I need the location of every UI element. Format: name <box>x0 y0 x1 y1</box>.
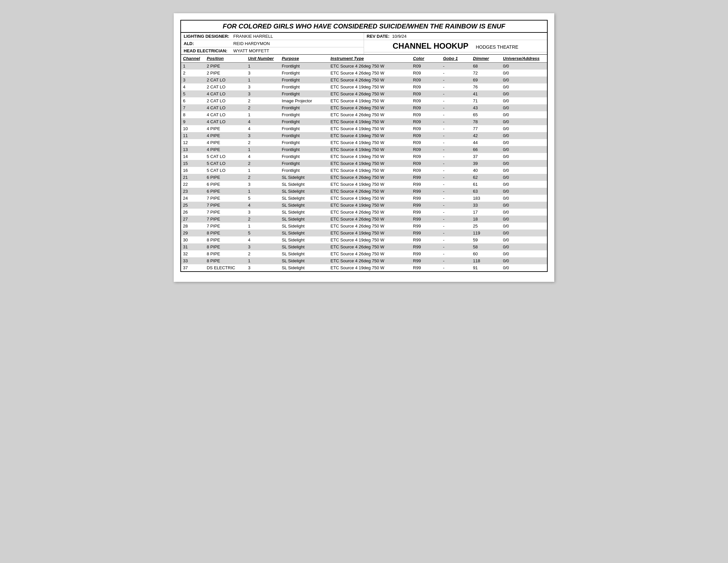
ald-value: REID HARDYMON <box>233 41 270 46</box>
cell-position: 8 PIPE <box>205 229 246 236</box>
cell-dimmer: 183 <box>471 195 501 202</box>
cell-purpose: Frontlight <box>280 63 328 70</box>
cell-gobo1: - <box>441 195 471 202</box>
cell-dimmer: 62 <box>471 174 501 181</box>
cell-instrument: ETC Source 4 26deg 750 W <box>329 70 411 76</box>
cell-purpose: SL Sidelight <box>280 264 328 271</box>
cell-gobo1: - <box>441 174 471 181</box>
cell-channel: 24 <box>181 195 205 202</box>
cell-purpose: Frontlight <box>280 83 328 90</box>
cell-gobo1: - <box>441 139 471 146</box>
cell-universe: 0/0 <box>501 104 547 111</box>
cell-purpose: Frontlight <box>280 160 328 167</box>
cell-position: 6 PIPE <box>205 181 246 188</box>
cell-universe: 0/0 <box>501 174 547 181</box>
cell-color: R09 <box>411 97 441 104</box>
cell-gobo1: - <box>441 104 471 111</box>
cell-color: R99 <box>411 202 441 209</box>
cell-purpose: SL Sidelight <box>280 195 328 202</box>
cell-dimmer: 18 <box>471 215 501 222</box>
table-row: 94 CAT LO4FrontlightETC Source 4 19deg 7… <box>181 118 547 125</box>
cell-universe: 0/0 <box>501 132 547 139</box>
header-right-bottom <box>364 52 547 54</box>
cell-purpose: SL Sidelight <box>280 257 328 264</box>
cell-dimmer: 42 <box>471 132 501 139</box>
cell-position: 2 CAT LO <box>205 76 246 83</box>
cell-unit: 5 <box>246 195 280 202</box>
cell-position: 2 PIPE <box>205 63 246 70</box>
cell-unit: 1 <box>246 63 280 70</box>
header-section: LIGHTING DESIGNER: FRANKIE HARRELL ALD: … <box>180 33 548 55</box>
cell-universe: 0/0 <box>501 76 547 83</box>
cell-unit: 2 <box>246 97 280 104</box>
cell-channel: 11 <box>181 132 205 139</box>
table-row: 12 PIPE1FrontlightETC Source 4 26deg 750… <box>181 63 547 70</box>
cell-unit: 2 <box>246 174 280 181</box>
head-electrician-value: WYATT MOFFETT <box>233 48 269 53</box>
cell-universe: 0/0 <box>501 90 547 97</box>
cell-unit: 1 <box>246 76 280 83</box>
cell-universe: 0/0 <box>501 188 547 195</box>
cell-unit: 2 <box>246 250 280 257</box>
cell-position: 4 CAT LO <box>205 90 246 97</box>
cell-color: R09 <box>411 167 441 174</box>
cell-purpose: SL Sidelight <box>280 250 328 257</box>
cell-unit: 4 <box>246 236 280 243</box>
cell-position: 7 PIPE <box>205 202 246 209</box>
cell-position: 4 CAT LO <box>205 118 246 125</box>
cell-unit: 2 <box>246 160 280 167</box>
cell-color: R99 <box>411 264 441 271</box>
cell-dimmer: 65 <box>471 111 501 118</box>
cell-color: R99 <box>411 243 441 250</box>
cell-gobo1: - <box>441 153 471 160</box>
cell-universe: 0/0 <box>501 236 547 243</box>
channel-hookup-table: Channel Position Unit Number Purpose Ins… <box>181 55 547 271</box>
cell-instrument: ETC Source 4 26deg 750 W <box>329 243 411 250</box>
cell-color: R99 <box>411 215 441 222</box>
cell-color: R09 <box>411 104 441 111</box>
cell-channel: 31 <box>181 243 205 250</box>
cell-purpose: Frontlight <box>280 153 328 160</box>
cell-position: 8 PIPE <box>205 243 246 250</box>
cell-instrument: ETC Source 4 26deg 750 W <box>329 104 411 111</box>
ald-label: ALD: <box>184 41 230 46</box>
cell-channel: 23 <box>181 188 205 195</box>
cell-dimmer: 58 <box>471 243 501 250</box>
table-row: 308 PIPE4SL SidelightETC Source 4 19deg … <box>181 236 547 243</box>
cell-universe: 0/0 <box>501 229 547 236</box>
cell-unit: 4 <box>246 202 280 209</box>
cell-gobo1: - <box>441 236 471 243</box>
cell-position: 6 PIPE <box>205 188 246 195</box>
cell-purpose: SL Sidelight <box>280 209 328 215</box>
cell-position: 7 PIPE <box>205 195 246 202</box>
cell-purpose: SL Sidelight <box>280 202 328 209</box>
cell-color: R09 <box>411 160 441 167</box>
cell-dimmer: 118 <box>471 257 501 264</box>
cell-color: R09 <box>411 111 441 118</box>
cell-purpose: Frontlight <box>280 146 328 153</box>
cell-gobo1: - <box>441 222 471 229</box>
cell-unit: 2 <box>246 139 280 146</box>
cell-color: R09 <box>411 70 441 76</box>
cell-position: DS ELECTRIC <box>205 264 246 271</box>
cell-channel: 26 <box>181 209 205 215</box>
cell-unit: 1 <box>246 257 280 264</box>
table-body: 12 PIPE1FrontlightETC Source 4 26deg 750… <box>181 63 547 271</box>
head-electrician-label: HEAD ELECTRICIAN: <box>184 48 230 53</box>
rev-date-value: 10/9/24 <box>392 34 406 39</box>
table-row: 298 PIPE5SL SidelightETC Source 4 19deg … <box>181 229 547 236</box>
cell-purpose: SL Sidelight <box>280 215 328 222</box>
cell-dimmer: 37 <box>471 153 501 160</box>
cell-gobo1: - <box>441 215 471 222</box>
cell-instrument: ETC Source 4 26deg 750 W <box>329 188 411 195</box>
cell-instrument: ETC Source 4 19deg 750 W <box>329 146 411 153</box>
cell-universe: 0/0 <box>501 250 547 257</box>
cell-universe: 0/0 <box>501 97 547 104</box>
cell-gobo1: - <box>441 132 471 139</box>
cell-color: R99 <box>411 195 441 202</box>
cell-dimmer: 71 <box>471 97 501 104</box>
cell-color: R09 <box>411 90 441 97</box>
cell-color: R99 <box>411 222 441 229</box>
cell-universe: 0/0 <box>501 153 547 160</box>
lighting-designer-label: LIGHTING DESIGNER: <box>184 34 230 39</box>
